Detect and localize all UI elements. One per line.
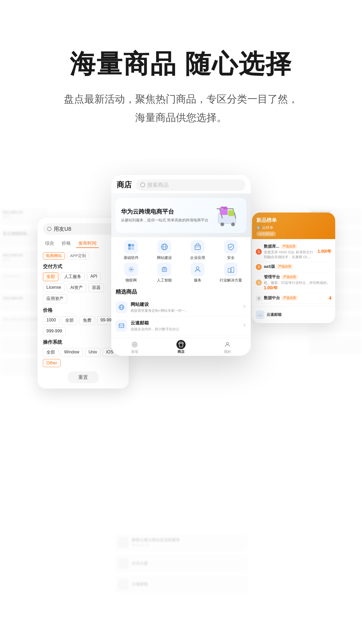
price-1000[interactable]: 1000 xyxy=(43,316,60,325)
category-label-industry: 行业解决方案 xyxy=(220,278,242,283)
category-icon-iot xyxy=(124,262,138,276)
category-enterprise[interactable]: 企业应用 xyxy=(182,240,213,260)
price-free[interactable]: 免费 xyxy=(79,316,95,325)
categories-grid: 基础软件 网站建设 xyxy=(111,237,251,286)
svg-point-24 xyxy=(164,269,165,269)
os-options: 全部 Window Unix iOS Other xyxy=(43,348,123,367)
category-iot[interactable]: 物联网 xyxy=(116,262,147,283)
category-icon-industry xyxy=(224,262,238,276)
subtab-app[interactable]: APP定制 xyxy=(67,252,89,259)
nav-mine[interactable]: 我的 xyxy=(204,341,251,354)
svg-rect-8 xyxy=(131,244,134,247)
banner-subtitle: 从建站到服务，提供一站式 简单高效的跨境电商平台 xyxy=(121,217,214,223)
category-icon-website xyxy=(157,240,171,254)
featured-section: 精选商品 网站建设 根据需求量身定制+网站专家一对一... xyxy=(111,286,251,338)
svg-rect-7 xyxy=(128,244,131,247)
svg-rect-5 xyxy=(228,210,234,216)
category-icon-enterprise xyxy=(191,240,205,254)
nav-label-mine: 我的 xyxy=(224,349,231,354)
featured-info-1: 网站建设 根据需求量身定制+网站专家一对一... xyxy=(131,301,239,313)
category-service[interactable]: 服务 xyxy=(182,262,213,283)
filter-tab-zonghe[interactable]: 综合 xyxy=(43,239,56,248)
rank-num-1: 1 xyxy=(256,249,262,255)
featured-name-1: 网站建设 xyxy=(131,301,239,308)
rank-info-3: 管理平台 严选自营 机、服装、印染等行业特点，并结商成的。 1.00/年 xyxy=(264,275,331,291)
payment-app-asset[interactable]: 应用资产 xyxy=(43,294,67,303)
bottom-item-name-1: 新铁云服云路由及远程服务 xyxy=(132,537,180,543)
ranking-item-3: 3 管理平台 严选自营 机、服装、印染等行业特点，并结商成的。 1.00/年 xyxy=(256,272,331,293)
featured-desc-1: 根据需求量身定制+网站专家一对一... xyxy=(131,308,239,313)
os-window[interactable]: Window xyxy=(61,348,83,357)
featured-item-2[interactable]: 云速邮箱 连接企业内外，助力数字化办公 xyxy=(116,317,246,335)
phone-header: 商店 搜索商品 xyxy=(111,175,251,194)
shop-title: 商店 xyxy=(117,180,132,190)
category-industry[interactable]: 行业解决方案 xyxy=(215,262,246,283)
featured-item-1[interactable]: 网站建设 根据需求量身定制+网站专家一对一... xyxy=(116,298,246,317)
main-phone: 商店 搜索商品 华为云跨境电商平台 从建站到服务，提供一站式 简单高效的跨境电商… xyxy=(111,175,251,356)
svg-point-27 xyxy=(196,267,199,269)
subtab-ecommerce[interactable]: 电商网站 xyxy=(43,252,65,259)
payment-license[interactable]: License xyxy=(43,283,65,292)
ranking-title: 新品榜单 xyxy=(256,217,331,224)
rank-name-2: aaS版 xyxy=(264,264,275,269)
shop-icon xyxy=(177,341,185,348)
rank-tag-4: 严选自营 xyxy=(282,295,298,301)
ranking-item-2: 2 aaS版 严选自营 xyxy=(256,262,331,272)
bottom-nav: 发现 商店 xyxy=(111,338,251,356)
ranking-header: 新品榜单 🛡️ 品榜单 AITOP10 xyxy=(252,213,335,239)
bottom-item-name-3: 云速邮箱 xyxy=(132,582,148,587)
rp-product-1: ☁️ 云速邮箱 xyxy=(256,309,331,321)
mine-icon xyxy=(224,341,231,348)
nav-shop[interactable]: 商店 xyxy=(158,341,204,354)
payment-all[interactable]: 全部 xyxy=(43,272,58,281)
os-other[interactable]: Other xyxy=(43,359,61,367)
category-label-basic: 基础软件 xyxy=(124,255,139,260)
rank-price-3: 1.00/年 xyxy=(264,285,331,291)
payment-api[interactable]: API xyxy=(87,272,101,281)
nav-label-discover: 发现 xyxy=(131,349,138,354)
category-icon-security xyxy=(224,240,238,254)
nav-discover[interactable]: 发现 xyxy=(111,341,158,354)
reset-button[interactable]: 重置 xyxy=(68,371,99,383)
rank-info-1: 数据库... 严选自营 全面支持 ANSI SQL 标准和主行到融合存储技术，在… xyxy=(264,244,315,259)
price-all[interactable]: 全部 xyxy=(62,316,77,325)
banner-content: 华为云跨境电商平台 从建站到服务，提供一站式 简单高效的跨境电商平台 xyxy=(116,198,246,233)
svg-point-1 xyxy=(220,222,224,226)
right-icon-1 xyxy=(242,304,246,310)
svg-point-37 xyxy=(226,342,228,345)
payment-container[interactable]: 容器 xyxy=(88,283,104,292)
hero-subtitle: 盘点最新活动，聚焦热门商品，专区分类一目了然，海量商品供您选择。 xyxy=(60,90,302,127)
rank-name-1: 数据库... xyxy=(264,244,279,249)
ranking-item-1: 1 数据库... 严选自营 全面支持 ANSI SQL 标准和主行到融合存储技术… xyxy=(256,242,331,262)
category-security[interactable]: 安全 xyxy=(215,240,246,260)
rank-price-4: 4 xyxy=(329,295,331,301)
os-all[interactable]: 全部 xyxy=(43,348,58,357)
search-text: 用友U8 xyxy=(54,225,71,233)
os-unix[interactable]: Unix xyxy=(85,348,101,357)
category-basic-software[interactable]: 基础软件 xyxy=(116,240,147,260)
svg-rect-19 xyxy=(162,268,167,272)
category-ai[interactable]: 人工智能 xyxy=(149,262,180,283)
price-999[interactable]: 999-999 xyxy=(43,327,66,335)
rank-num-3: 3 xyxy=(256,280,262,286)
filter-tab-time[interactable]: 发布时间 xyxy=(76,239,99,248)
phone-banner: 华为云跨境电商平台 从建站到服务，提供一站式 简单高效的跨境电商平台 xyxy=(111,194,251,237)
search-bar[interactable]: 搜索商品 xyxy=(136,179,245,191)
filter-tab-price[interactable]: 价格 xyxy=(60,239,73,248)
rp-name-1: 云速邮箱 xyxy=(267,312,282,317)
category-label-iot: 物联网 xyxy=(125,278,137,283)
rank-info-4: 数据中台 严选自营 xyxy=(264,295,327,301)
rp-icon-1: ☁️ xyxy=(256,310,264,319)
shield-icon: 🛡️ xyxy=(256,226,261,230)
payment-ai[interactable]: AI资产 xyxy=(67,283,86,292)
svg-rect-28 xyxy=(228,268,231,272)
payment-manual[interactable]: 人工服务 xyxy=(61,272,85,281)
category-label-security: 安全 xyxy=(227,255,235,260)
mockup-area: ¥42,968.00 起/月 亚云智能联络... ¥42,968.00 起/月 … xyxy=(0,159,362,615)
faded-title-1: 起/月 xyxy=(3,214,46,219)
svg-rect-34 xyxy=(119,324,124,328)
ranking-item-4: 4 数据中台 严选自营 4 xyxy=(256,293,331,304)
banner-title: 华为云跨境电商平台 xyxy=(121,208,214,216)
ranking-list: 1 数据库... 严选自营 全面支持 ANSI SQL 标准和主行到融合存储技术… xyxy=(252,239,335,306)
category-website[interactable]: 网站建设 xyxy=(149,240,180,260)
